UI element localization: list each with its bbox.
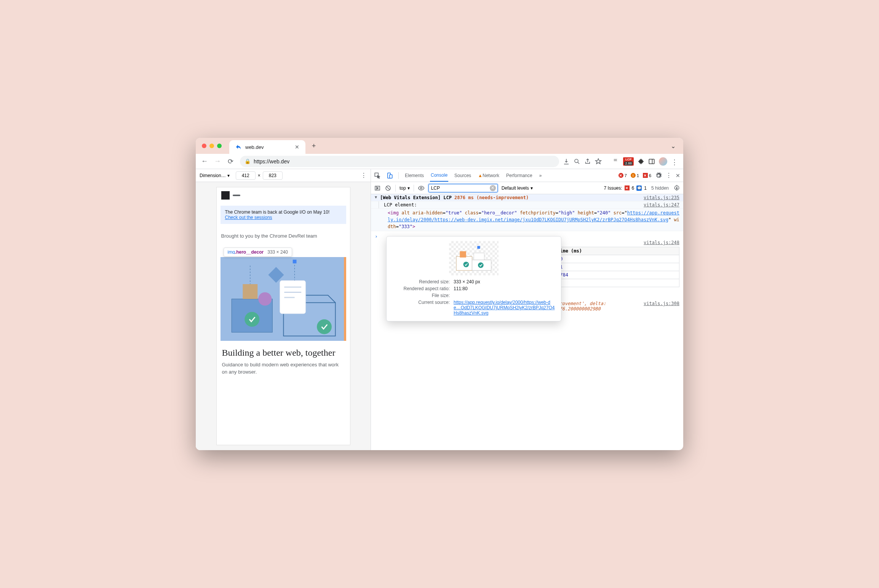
- devtools-panel: Elements Console Sources ▲ Network Perfo…: [371, 169, 683, 450]
- tab-performance[interactable]: Performance: [505, 169, 533, 182]
- source-link[interactable]: vitals.js:308: [644, 301, 679, 312]
- popover-key: Current source:: [393, 300, 450, 316]
- console-toolbar: top▾ ✕ Default levels▾ 7 Issues: ✕6 💬1 5…: [371, 182, 683, 194]
- new-tab-button[interactable]: +: [308, 142, 319, 150]
- hidden-messages[interactable]: 5 hidden: [651, 185, 669, 191]
- svg-point-27: [463, 262, 469, 267]
- svg-rect-3: [243, 284, 257, 299]
- install-icon[interactable]: [563, 158, 570, 165]
- svg-rect-29: [477, 246, 480, 249]
- hamburger-icon[interactable]: [233, 195, 240, 196]
- devtools-tabbar: Elements Console Sources ▲ Network Perfo…: [371, 169, 683, 182]
- popover-key: Rendered size:: [393, 279, 450, 284]
- close-window-button[interactable]: [202, 144, 206, 148]
- console-timing-table: vitals.js:248 Time (ms) 80 11 2784 2: [554, 240, 679, 287]
- device-toolbar-menu[interactable]: ⋮: [361, 172, 367, 179]
- maximize-window-button[interactable]: [217, 144, 222, 148]
- popover-value: [454, 293, 555, 298]
- tab-sources[interactable]: Sources: [454, 169, 472, 182]
- minimize-window-button[interactable]: [209, 144, 214, 148]
- browser-menu-icon[interactable]: ⋮: [671, 158, 678, 165]
- popover-value: 111:80: [454, 286, 555, 291]
- table-row: 2: [554, 279, 679, 287]
- source-link[interactable]: vitals.js:235: [644, 195, 679, 200]
- svg-point-0: [575, 159, 578, 163]
- back-button[interactable]: ←: [199, 156, 210, 167]
- live-expression-icon[interactable]: [418, 185, 425, 192]
- issues-error-icon: ✕: [625, 185, 630, 190]
- svg-point-12: [316, 320, 331, 334]
- tab-overflow[interactable]: »: [539, 169, 543, 182]
- flag-icon[interactable]: [612, 158, 619, 165]
- viewport-area: The Chrome team is back at Google I/O on…: [196, 182, 371, 450]
- context-selector[interactable]: top▾: [400, 185, 410, 191]
- svg-rect-18: [390, 174, 392, 178]
- profile-avatar[interactable]: [659, 157, 667, 166]
- dimension-separator: ×: [258, 173, 261, 178]
- devtools-close-icon[interactable]: ✕: [676, 173, 680, 179]
- svg-point-4: [258, 292, 272, 305]
- banner-link[interactable]: Check out the sessions: [225, 215, 272, 220]
- zoom-icon[interactable]: [574, 158, 580, 165]
- viewport-height-input[interactable]: [263, 171, 283, 180]
- bookmark-icon[interactable]: [595, 158, 602, 165]
- tab-console[interactable]: Console: [430, 169, 448, 182]
- tab-overflow-button[interactable]: ⌄: [671, 142, 676, 150]
- console-element-preview[interactable]: <img alt aria-hidden="true" class="hero_…: [371, 209, 683, 231]
- site-logo-icon[interactable]: [221, 191, 230, 200]
- inspect-tooltip: img.hero__decor 333 × 240: [224, 248, 292, 257]
- web-vitals-extension-button[interactable]: LCP 2.88: [623, 157, 634, 166]
- tab-elements[interactable]: Elements: [404, 169, 425, 182]
- url-input[interactable]: 🔒 https://web.dev: [240, 156, 559, 167]
- inspect-element-icon[interactable]: [374, 172, 381, 179]
- page-heading: Building a better web, together: [217, 341, 350, 358]
- source-link[interactable]: vitals.js:248: [644, 240, 679, 245]
- announcement-banner: The Chrome team is back at Google I/O on…: [221, 206, 346, 224]
- simulated-page[interactable]: The Chrome team is back at Google I/O on…: [217, 187, 350, 445]
- svg-point-21: [420, 187, 422, 189]
- popover-key: File size:: [393, 293, 450, 298]
- table-row: 11: [554, 263, 679, 271]
- toggle-sidebar-icon[interactable]: [374, 185, 381, 192]
- clear-console-icon[interactable]: [385, 185, 392, 192]
- devtools-menu-icon[interactable]: ⋮: [666, 172, 672, 179]
- popover-source-link[interactable]: https://app.requestly.io/delay/2000/http…: [454, 300, 555, 316]
- tab-bar: web.dev ✕ + ⌄: [196, 138, 683, 154]
- close-tab-button[interactable]: ✕: [295, 144, 299, 150]
- side-panel-icon[interactable]: [648, 158, 655, 165]
- extensions-icon[interactable]: [638, 158, 644, 165]
- console-settings-icon[interactable]: [673, 185, 680, 192]
- chevron-down-icon: ▾: [408, 185, 410, 191]
- issues-info-icon: 💬: [636, 185, 642, 191]
- share-icon[interactable]: [584, 158, 591, 165]
- clear-filter-button[interactable]: ✕: [490, 185, 496, 191]
- issues-link[interactable]: 7 Issues: ✕6 💬1: [604, 185, 647, 191]
- inspect-selector: img.hero__decor: [228, 249, 264, 255]
- reload-button[interactable]: ⟳: [225, 156, 236, 167]
- tab-favicon-icon: [235, 144, 241, 150]
- log-levels-dropdown[interactable]: Default levels▾: [502, 185, 533, 191]
- disclosure-triangle-icon[interactable]: ▼: [375, 195, 377, 200]
- toggle-device-icon[interactable]: [386, 172, 393, 179]
- console-group-header[interactable]: ▼ [Web Vitals Extension] LCP 2876 ms (ne…: [371, 194, 683, 201]
- lock-icon: 🔒: [245, 158, 251, 164]
- forward-button[interactable]: →: [212, 156, 223, 167]
- source-link[interactable]: vitals.js:247: [644, 202, 679, 208]
- svg-point-22: [676, 187, 678, 189]
- viewport-width-input[interactable]: [236, 171, 256, 180]
- warning-icon: ▲: [478, 173, 483, 178]
- console-filter-input[interactable]: [428, 184, 498, 192]
- device-toolbar: Dimension… ▾ × ⋮: [196, 169, 371, 182]
- device-preset-dropdown[interactable]: Dimension… ▾: [200, 173, 230, 178]
- tab-network[interactable]: ▲ Network: [477, 169, 500, 182]
- console-output[interactable]: ▼ [Web Vitals Extension] LCP 2876 ms (ne…: [371, 194, 683, 450]
- error-counter[interactable]: ✕7: [618, 173, 627, 178]
- browser-tab[interactable]: web.dev ✕: [229, 140, 305, 154]
- tab-title: web.dev: [245, 144, 291, 150]
- inspect-size: 333 × 240: [267, 249, 288, 255]
- warning-counter[interactable]: !1: [631, 173, 639, 178]
- chevron-down-icon: ▾: [531, 185, 533, 191]
- svg-rect-1: [649, 159, 654, 164]
- blocked-counter[interactable]: ✕6: [643, 173, 651, 178]
- devtools-settings-icon[interactable]: [655, 172, 662, 179]
